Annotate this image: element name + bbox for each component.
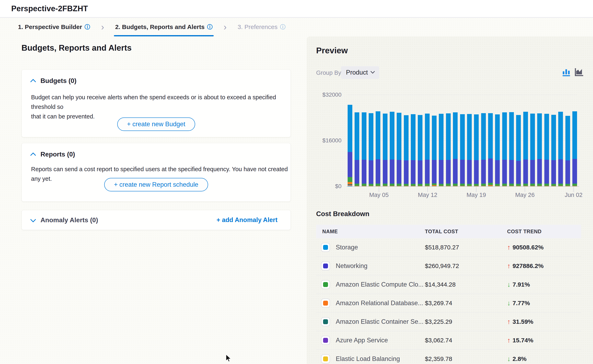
chart-bar[interactable]	[530, 114, 535, 186]
bar-segment	[369, 113, 373, 160]
chart-bar[interactable]	[404, 115, 409, 186]
chart-bar[interactable]	[460, 114, 465, 186]
chart-bar[interactable]	[362, 112, 366, 186]
bar-segment	[509, 112, 514, 160]
create-report-button[interactable]: + create new Report schedule	[104, 178, 208, 191]
bar-segment	[551, 184, 556, 186]
chart-bar[interactable]	[453, 112, 458, 186]
table-row[interactable]: Amazon Elastic Compute Clo...$14,344.28↓…	[316, 275, 581, 294]
chart-bar[interactable]	[432, 116, 437, 186]
chart-bar[interactable]	[376, 111, 380, 186]
chart-bar[interactable]	[418, 115, 422, 186]
bar-segment	[565, 160, 570, 184]
bar-segment	[502, 186, 507, 186]
chart-bar[interactable]	[397, 113, 401, 186]
table-row[interactable]: Amazon Relational Database...$3,269.74↓7…	[316, 294, 581, 312]
chart-bar[interactable]	[516, 115, 521, 186]
tab-perspective-builder[interactable]: 1. Perspective Builder	[16, 18, 92, 36]
bar-segment	[376, 111, 380, 159]
bar-chart-icon[interactable]	[561, 67, 571, 77]
bar-segment	[348, 152, 352, 177]
chart-bar[interactable]	[348, 105, 352, 186]
chart-bar[interactable]	[467, 114, 472, 186]
chart-bar[interactable]	[369, 113, 373, 186]
legend-color-swatch	[321, 354, 330, 363]
bar-segment	[516, 184, 521, 186]
bar-segment	[551, 115, 556, 160]
table-row[interactable]: Elastic Load Balancing$2,359.78↓2.8%	[316, 350, 581, 364]
collapse-caret-icon[interactable]	[30, 79, 36, 84]
bar-segment	[390, 160, 394, 184]
chart-bar[interactable]	[558, 112, 563, 186]
chart-bar[interactable]	[488, 113, 493, 186]
bar-segment	[495, 184, 500, 186]
area-chart-icon[interactable]	[574, 67, 584, 77]
bar-segment	[397, 184, 401, 186]
bar-segment	[404, 186, 409, 186]
tab-preferences[interactable]: 3. Preferences	[236, 18, 287, 36]
info-icon[interactable]	[207, 24, 213, 30]
table-row[interactable]: Networking$260,949.72↑927886.2%	[316, 257, 581, 275]
table-row[interactable]: Storage$518,870.27↑90508.62%	[316, 238, 581, 257]
chart-bar[interactable]	[439, 114, 444, 186]
table-row[interactable]: Amazon Elastic Container Se...$3,225.29↑…	[316, 312, 581, 331]
bar-segment	[509, 160, 514, 184]
bar-segment	[502, 112, 507, 160]
bar-segment	[488, 186, 493, 186]
chart-bar[interactable]	[572, 111, 577, 186]
collapse-caret-icon[interactable]	[30, 152, 36, 158]
chart-bar[interactable]	[390, 112, 394, 186]
bar-segment	[425, 160, 430, 184]
bar-segment	[565, 184, 570, 185]
chart-bar[interactable]	[502, 112, 507, 186]
y-axis-label: $32000	[313, 91, 341, 98]
x-axis-label: May 19	[466, 192, 486, 198]
bar-segment	[495, 160, 500, 184]
chart-bar[interactable]	[411, 114, 415, 186]
bar-segment	[425, 184, 430, 185]
group-by-dropdown[interactable]: Product	[341, 66, 379, 79]
bar-segment	[460, 184, 465, 185]
chart-bar[interactable]	[565, 116, 570, 186]
x-axis-line	[347, 186, 579, 187]
info-icon[interactable]	[280, 24, 286, 30]
trend-percentage: 15.74%	[513, 337, 533, 344]
bar-segment	[439, 160, 444, 184]
app-header: Perspective-2FBZHT	[0, 0, 593, 18]
tab-budgets-reports-alerts[interactable]: 2. Budgets, Reports and Alerts	[113, 18, 214, 36]
table-row[interactable]: Azure App Service$3,062.74↑15.74%	[316, 331, 581, 350]
create-budget-button[interactable]: + create new Budget	[117, 117, 195, 131]
chart-bar[interactable]	[544, 114, 549, 186]
add-anomaly-alert-link[interactable]: + add Anomaly Alert	[217, 216, 278, 224]
bar-segment	[348, 177, 352, 182]
bar-segment	[411, 160, 415, 184]
chart-bar[interactable]	[509, 112, 514, 186]
chart-bar[interactable]	[425, 114, 430, 186]
chart-bar[interactable]	[383, 114, 387, 186]
chart-bar[interactable]	[551, 115, 556, 187]
bar-segment	[488, 113, 493, 158]
bar-segment	[558, 184, 563, 186]
bar-segment	[446, 160, 451, 184]
chart-bar[interactable]	[481, 113, 486, 186]
bar-segment	[446, 113, 451, 160]
bar-segment	[460, 186, 465, 186]
bar-segment	[390, 184, 394, 186]
chart-bar[interactable]	[537, 113, 542, 187]
chart-bar[interactable]	[474, 114, 479, 186]
chart-bar[interactable]	[523, 112, 528, 186]
chart-bar[interactable]	[446, 113, 451, 187]
expand-caret-icon[interactable]	[30, 216, 36, 222]
bar-segment	[432, 116, 437, 160]
bar-segment	[537, 186, 542, 186]
bar-segment	[474, 184, 479, 186]
chart-bar[interactable]	[495, 114, 500, 186]
bar-segment	[537, 113, 542, 159]
cost-row-total: $3,062.74	[425, 337, 452, 344]
info-icon[interactable]	[84, 24, 90, 30]
chart-bar[interactable]	[355, 112, 359, 186]
cost-trend: ↑15.74%	[507, 336, 533, 344]
bar-segment	[362, 112, 366, 160]
x-tick-mark	[525, 187, 525, 192]
bar-segment	[446, 184, 451, 185]
